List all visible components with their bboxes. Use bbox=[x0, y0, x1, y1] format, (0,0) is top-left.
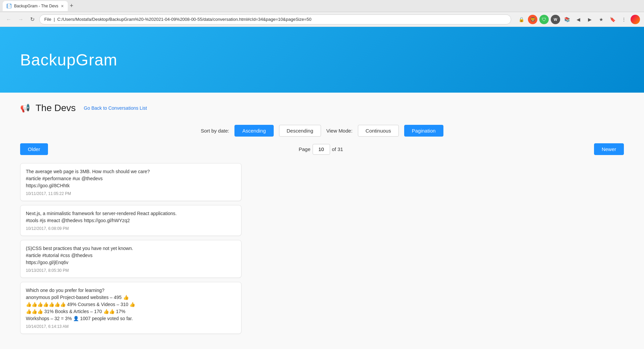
ext-icon[interactable]: 🔖 bbox=[608, 15, 617, 24]
app-title: BackupGram bbox=[20, 51, 117, 69]
message-card: The average web page is 3MB. How much sh… bbox=[20, 163, 241, 201]
browser-titlebar: 📄 BackupGram - The Devs × + bbox=[0, 0, 644, 12]
forward-button[interactable]: → bbox=[16, 15, 25, 24]
rew-icon[interactable]: ◀ bbox=[574, 15, 583, 24]
page-content: BackupGram 📢 The Devs Go Back to Convers… bbox=[0, 27, 644, 349]
app-header: BackupGram bbox=[0, 27, 644, 93]
messages-container: The average web page is 3MB. How much sh… bbox=[20, 163, 241, 334]
books-icon[interactable]: 📚 bbox=[562, 15, 572, 24]
message-card: (S)CSS best practices that you have not … bbox=[20, 240, 241, 278]
pagination-row: Older Page of 31 Newer bbox=[20, 143, 624, 155]
message-time: 10/13/2017, 8:05:30 PM bbox=[26, 268, 236, 273]
message-time: 10/11/2017, 11:05:22 PM bbox=[26, 191, 236, 196]
sort-label: Sort by date: bbox=[201, 128, 229, 134]
message-text: Which one do you prefer for learning?ano… bbox=[26, 287, 236, 322]
lock-icon[interactable]: 🔒 bbox=[517, 15, 526, 24]
message-text: Next.js, a minimalistic framework for se… bbox=[26, 210, 236, 224]
message-text: The average web page is 3MB. How much sh… bbox=[26, 168, 236, 189]
address-bar[interactable] bbox=[39, 14, 511, 24]
page-number-input[interactable] bbox=[313, 144, 330, 155]
message-card: Next.js, a minimalistic framework for se… bbox=[20, 205, 241, 236]
ascending-button[interactable]: Ascending bbox=[234, 125, 273, 137]
main-content: 📢 The Devs Go Back to Conversations List… bbox=[0, 93, 644, 349]
tab-favicon: 📄 bbox=[7, 4, 11, 8]
tab-close-button[interactable]: × bbox=[61, 3, 64, 9]
star-icon[interactable]: ★ bbox=[596, 15, 606, 24]
menu-icon[interactable]: ⋮ bbox=[619, 15, 629, 24]
conversation-header: 📢 The Devs Go Back to Conversations List bbox=[20, 103, 624, 117]
pagination-button[interactable]: Pagination bbox=[404, 125, 443, 137]
user-avatar[interactable] bbox=[631, 15, 640, 24]
tab-title: BackupGram - The Devs bbox=[14, 4, 58, 8]
megaphone-icon: 📢 bbox=[20, 103, 30, 113]
view-mode-label: View Mode: bbox=[326, 128, 353, 134]
toolbar-icons: 🔒 🦁 🛡 W 📚 ◀ ▶ ★ 🔖 ⋮ bbox=[517, 15, 640, 24]
controls-row: Sort by date: Ascending Descending View … bbox=[20, 125, 624, 137]
older-button[interactable]: Older bbox=[20, 143, 48, 155]
page-info: Page of 31 bbox=[299, 144, 343, 155]
shield-icon[interactable]: 🛡 bbox=[539, 15, 549, 24]
message-text: (S)CSS best practices that you have not … bbox=[26, 245, 236, 266]
message-time: 10/12/2017, 6:08:09 PM bbox=[26, 226, 236, 231]
message-time: 10/14/2017, 6:14:13 AM bbox=[26, 324, 236, 329]
back-conversations-link[interactable]: Go Back to Conversations List bbox=[84, 105, 147, 111]
descending-button[interactable]: Descending bbox=[279, 125, 321, 137]
browser-frame: 📄 BackupGram - The Devs × + ← → ↻ 🔒 🦁 🛡 … bbox=[0, 0, 644, 349]
page-of: of 31 bbox=[332, 146, 343, 152]
refresh-button[interactable]: ↻ bbox=[28, 15, 37, 24]
wiki-icon[interactable]: W bbox=[551, 15, 560, 24]
conversation-title: The Devs bbox=[36, 103, 76, 113]
brave-icon[interactable]: 🦁 bbox=[528, 15, 537, 24]
back-button[interactable]: ← bbox=[4, 15, 13, 24]
fwd-icon[interactable]: ▶ bbox=[585, 15, 594, 24]
message-card: Which one do you prefer for learning?ano… bbox=[20, 282, 241, 334]
new-tab-button[interactable]: + bbox=[68, 2, 75, 9]
page-label: Page bbox=[299, 146, 310, 152]
continuous-button[interactable]: Continuous bbox=[358, 125, 399, 137]
browser-tab[interactable]: 📄 BackupGram - The Devs × bbox=[3, 1, 68, 11]
newer-button[interactable]: Newer bbox=[594, 143, 624, 155]
browser-toolbar: ← → ↻ 🔒 🦁 🛡 W 📚 ◀ ▶ ★ 🔖 ⋮ bbox=[0, 12, 644, 27]
